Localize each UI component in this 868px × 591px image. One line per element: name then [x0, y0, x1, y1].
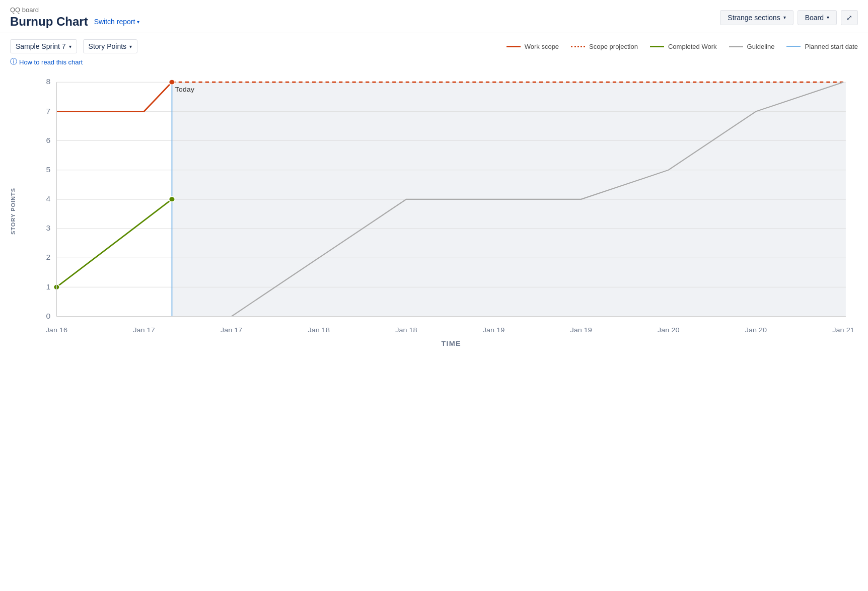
chevron-down-icon: ▾	[129, 44, 132, 49]
x-tick-jan19b: Jan 19	[570, 327, 592, 334]
y-tick-5: 5	[46, 166, 51, 174]
chevron-down-icon: ▾	[783, 15, 786, 20]
today-label: Today	[175, 86, 194, 93]
work-scope-dot	[169, 80, 175, 85]
chevron-down-icon: ▾	[137, 19, 139, 25]
how-to-row: ⓘ How to read this chart	[0, 53, 868, 66]
board-name: QQ board	[10, 6, 139, 14]
x-tick-jan21: Jan 21	[832, 327, 854, 334]
y-tick-7: 7	[46, 107, 51, 115]
legend-completed-work: Completed Work	[650, 43, 717, 50]
toolbar: Sample Sprint 7 ▾ Story Points ▾ Work sc…	[0, 33, 868, 53]
chart-area: STORY POINTS 0 1 2	[0, 66, 868, 360]
completed-work-dot-end	[169, 197, 175, 202]
legend-planned-start: Planned start date	[786, 43, 858, 50]
y-tick-0: 0	[46, 313, 51, 320]
y-tick-2: 2	[46, 254, 51, 261]
y-axis-label: STORY POINTS	[10, 71, 16, 350]
planned-start-line-icon	[786, 46, 801, 47]
question-icon: ⓘ	[10, 57, 17, 66]
work-scope-line-icon	[507, 46, 521, 47]
sprint-dropdown[interactable]: Sample Sprint 7 ▾	[10, 39, 77, 53]
x-tick-jan20a: Jan 20	[658, 327, 680, 334]
x-tick-jan17b: Jan 17	[221, 327, 242, 334]
scope-projection-line-icon	[571, 46, 585, 47]
chevron-down-icon: ▾	[69, 44, 71, 49]
switch-report-button[interactable]: Switch report ▾	[94, 18, 140, 26]
x-tick-jan18b: Jan 18	[395, 327, 417, 334]
x-tick-jan19a: Jan 19	[483, 327, 504, 334]
y-tick-3: 3	[46, 225, 51, 232]
expand-button[interactable]: ⤢	[841, 10, 858, 25]
guideline-line-icon	[729, 46, 743, 47]
strange-sections-button[interactable]: Strange sections ▾	[720, 10, 793, 25]
header-left: QQ board Burnup Chart Switch report ▾	[10, 6, 139, 29]
y-tick-1: 1	[46, 283, 51, 290]
y-tick-6: 6	[46, 137, 51, 144]
chevron-down-icon: ▾	[827, 15, 829, 20]
y-tick-8: 8	[46, 78, 51, 86]
toolbar-left: Sample Sprint 7 ▾ Story Points ▾	[10, 39, 137, 53]
x-axis-label: TIME	[441, 340, 461, 347]
legend-work-scope: Work scope	[507, 43, 559, 50]
page-title-text: Burnup Chart	[10, 15, 88, 29]
legend-guideline: Guideline	[729, 43, 775, 50]
legend-scope-projection: Scope projection	[571, 43, 638, 50]
expand-icon: ⤢	[846, 14, 852, 22]
work-scope-line	[56, 82, 172, 111]
page-header: QQ board Burnup Chart Switch report ▾ St…	[0, 0, 868, 33]
chart-legend: Work scope Scope projection Completed Wo…	[507, 43, 858, 50]
board-button[interactable]: Board ▾	[798, 10, 837, 25]
burnup-chart-svg: 0 1 2 3 4 5 6 7 8 Jan 16 Jan 17 Jan 17 J…	[20, 71, 858, 348]
chart-inner: 0 1 2 3 4 5 6 7 8 Jan 16 Jan 17 Jan 17 J…	[20, 71, 858, 350]
x-tick-jan17a: Jan 17	[133, 327, 155, 334]
x-tick-jan18a: Jan 18	[308, 327, 330, 334]
header-right: Strange sections ▾ Board ▾ ⤢	[720, 10, 858, 25]
completed-work-line-icon	[650, 46, 664, 47]
x-tick-jan20b: Jan 20	[745, 327, 767, 334]
chart-container: STORY POINTS 0 1 2	[10, 71, 858, 350]
page-title-row: Burnup Chart Switch report ▾	[10, 15, 139, 29]
y-tick-4: 4	[46, 195, 51, 203]
completed-work-line	[56, 199, 172, 287]
story-points-dropdown[interactable]: Story Points ▾	[83, 39, 137, 53]
x-tick-jan16a: Jan 16	[46, 327, 67, 334]
how-to-link[interactable]: ⓘ How to read this chart	[10, 57, 858, 66]
